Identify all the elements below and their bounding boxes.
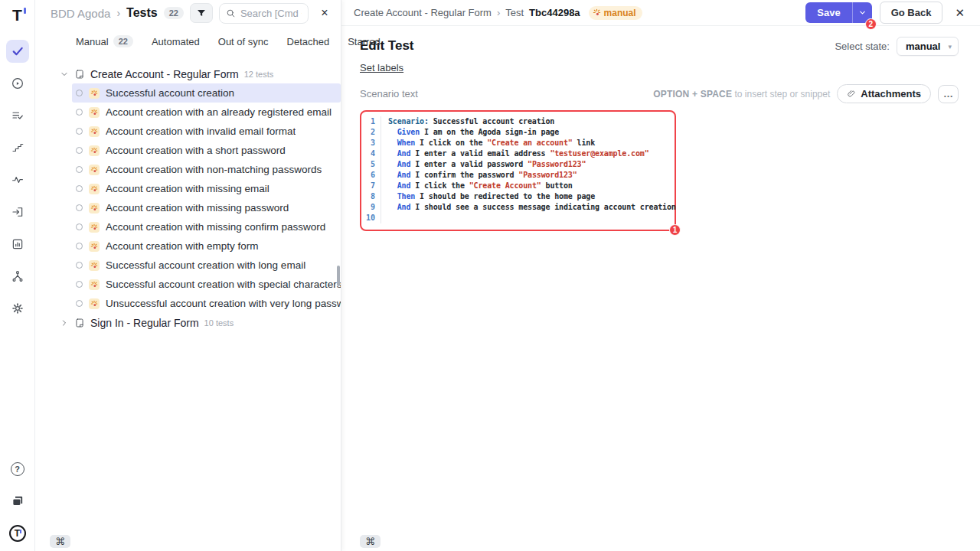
manual-test-icon: [89, 203, 100, 214]
rail-item-runs[interactable]: [6, 72, 29, 95]
shortcut-keys: OPTION + SPACE: [653, 89, 732, 99]
code-line[interactable]: 7 And I click the "Create Account" butto…: [364, 181, 670, 191]
test-row[interactable]: Successful account creation with special…: [72, 275, 341, 294]
code-line[interactable]: 3 When I click on the "Create an account…: [364, 138, 670, 148]
breadcrumb-parent[interactable]: Create Account - Regular Form: [354, 7, 492, 18]
filter-button[interactable]: [190, 3, 213, 23]
code-line[interactable]: 2 Given I am on the Agoda sign-in page: [364, 127, 670, 138]
code-line[interactable]: 9 And I should see a success message ind…: [364, 202, 670, 213]
test-state-circle: [76, 128, 83, 135]
code-text: Scenario: Successful account creation: [381, 116, 554, 127]
state-select[interactable]: manual ▾: [897, 37, 959, 56]
tests-panel-header: BDD Agoda › Tests 22 ×: [35, 0, 341, 26]
tab-out-of-sync[interactable]: Out of sync: [218, 36, 269, 47]
code-line[interactable]: 5 And I enter a valid password "Password…: [364, 159, 670, 170]
scenario-toolbar: Scenario text OPTION + SPACE to insert s…: [360, 84, 959, 103]
folders-icon: [11, 494, 24, 508]
go-back-button[interactable]: Go Back: [880, 2, 943, 24]
rail-item-steps[interactable]: [6, 136, 29, 159]
code-text: And I click the "Create Account" button: [381, 181, 573, 191]
test-row[interactable]: Account creation with a short password: [72, 141, 341, 160]
test-state-circle: [76, 109, 83, 116]
edit-test-panel: Create Account - Regular Form › Test Tbc…: [341, 0, 980, 551]
test-name: Unsuccessful account creation with very …: [106, 298, 341, 309]
state-select-value: manual: [906, 41, 941, 52]
test-row[interactable]: Account creation with empty form: [72, 236, 341, 256]
manual-test-icon: [89, 126, 100, 137]
rail-item-pulse[interactable]: [6, 168, 29, 191]
code-line[interactable]: 1Scenario: Successful account creation: [364, 116, 670, 127]
funnel-icon: [196, 8, 207, 18]
search-box[interactable]: [219, 3, 309, 24]
code-line[interactable]: 6 And I confirm the password "Password12…: [364, 170, 670, 181]
line-number: 10: [364, 213, 381, 223]
rail-item-import[interactable]: [6, 201, 29, 223]
manual-test-icon: [89, 260, 100, 271]
list-check-icon: [11, 109, 24, 122]
manual-test-icon: [89, 88, 100, 99]
header-actions: Save 2 Go Back ✕: [805, 2, 969, 24]
command-key-hint: ⌘: [50, 535, 70, 548]
manual-test-icon: [89, 165, 100, 175]
test-state-circle: [76, 166, 83, 173]
scenario-toolbar-right: OPTION + SPACE to insert step or snippet…: [653, 84, 959, 103]
editor-error-badge: 1: [669, 224, 681, 236]
breadcrumb-section: Tests: [126, 6, 158, 20]
tab-detached[interactable]: Detached: [287, 36, 330, 47]
close-icon[interactable]: ✕: [950, 5, 969, 21]
test-name: Account creation with missing confirm pa…: [106, 221, 325, 233]
test-row[interactable]: Account creation with missing confirm pa…: [72, 217, 341, 236]
test-row[interactable]: Account creation with missing email: [72, 179, 341, 198]
panel-close-button[interactable]: ×: [315, 3, 335, 23]
code-line[interactable]: 8 Then I should be redirected to the hom…: [364, 191, 670, 202]
code-line[interactable]: 10: [364, 213, 670, 223]
test-row[interactable]: Successful account creation with long em…: [72, 256, 341, 275]
tab-manual-count: 22: [113, 35, 133, 47]
test-row[interactable]: Account creation with missing password: [72, 198, 341, 217]
scrollbar-thumb[interactable]: [337, 266, 340, 286]
manual-test-icon: [89, 107, 100, 118]
test-row[interactable]: Account creation with invalid email form…: [72, 122, 341, 141]
test-row[interactable]: Unsuccessful account creation with very …: [72, 294, 341, 313]
breadcrumb-project[interactable]: BDD Agoda: [51, 7, 110, 20]
search-input[interactable]: [240, 8, 302, 19]
test-row[interactable]: Account creation with an already registe…: [72, 103, 341, 122]
test-name: Successful account creation: [106, 87, 234, 99]
attachments-button[interactable]: Attachments: [837, 84, 931, 103]
save-split-button: Save 2: [805, 2, 871, 23]
breadcrumb-test-prefix: Test: [505, 7, 524, 18]
save-button[interactable]: Save: [805, 2, 851, 23]
scenario-editor[interactable]: 1Scenario: Successful account creation2 …: [360, 110, 676, 231]
shortcut-hint: OPTION + SPACE to insert step or snippet: [653, 89, 830, 99]
set-labels-link[interactable]: Set labels: [360, 62, 403, 73]
rail-item-projects[interactable]: [6, 490, 29, 513]
rail-item-settings[interactable]: [6, 297, 29, 320]
rail-item-help[interactable]: ?: [6, 458, 29, 481]
rail-item-branches[interactable]: [6, 265, 29, 288]
edit-test-header: Create Account - Regular Form › Test Tbc…: [341, 0, 980, 26]
rail-item-tests[interactable]: [6, 40, 29, 63]
tests-count-badge: 22: [164, 7, 184, 19]
test-row[interactable]: Successful account creation: [72, 83, 341, 103]
test-row[interactable]: Account creation with non-matching passw…: [72, 160, 341, 179]
rail-item-analytics[interactable]: [6, 233, 29, 256]
tab-manual-label: Manual: [76, 36, 109, 47]
tab-automated[interactable]: Automated: [152, 36, 200, 47]
line-number: 6: [364, 170, 381, 181]
edit-test-content: Edit Test Select state: manual ▾ Set lab…: [341, 26, 980, 231]
suite-row-create-account[interactable]: Create Account - Regular Form 12 tests: [35, 64, 341, 83]
test-state-circle: [76, 90, 83, 96]
app-logo[interactable]: T: [12, 6, 22, 24]
test-name: Account creation with missing password: [106, 202, 289, 214]
tab-manual[interactable]: Manual 22: [76, 35, 133, 47]
tab-starred[interactable]: Starred: [348, 36, 381, 47]
test-state-circle: [76, 185, 83, 192]
chevron-right-icon: [60, 318, 69, 328]
rail-item-account[interactable]: T: [6, 522, 29, 545]
rail-item-plans[interactable]: [6, 104, 29, 127]
suite-row-sign-in[interactable]: Sign In - Regular Form 10 tests: [35, 313, 341, 332]
line-number: 9: [364, 202, 381, 213]
code-text: Given I am on the Agoda sign-in page: [381, 127, 559, 138]
code-line[interactable]: 4 And I enter a valid email address "tes…: [364, 148, 670, 159]
more-options-button[interactable]: …: [938, 85, 959, 103]
